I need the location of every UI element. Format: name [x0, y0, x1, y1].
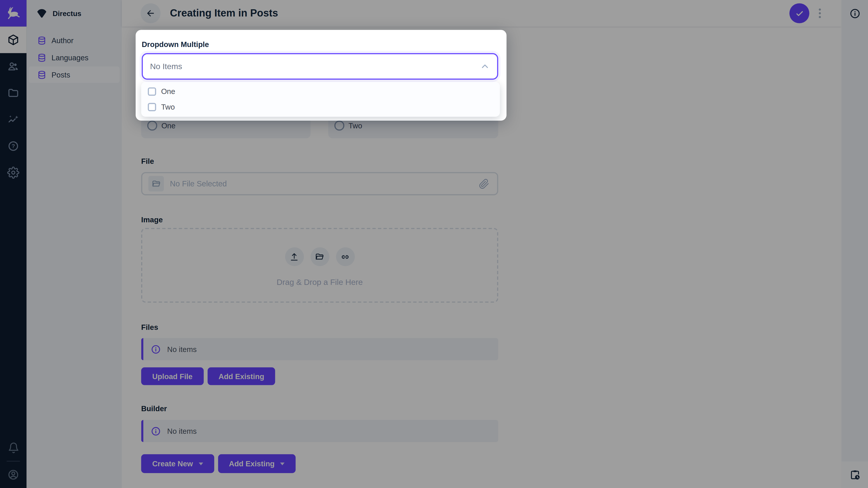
dropdown-multiple-popover: Dropdown Multiple No Items One Two [135, 30, 506, 121]
dropdown-options-menu: One Two [141, 82, 500, 117]
dropdown-multiple-select[interactable]: No Items [142, 53, 498, 80]
chevron-up-icon [479, 61, 491, 72]
app-window: ? [0, 0, 868, 488]
checkbox-icon[interactable] [148, 88, 156, 96]
option-one[interactable]: One [141, 84, 500, 99]
dropdown-multiple-label: Dropdown Multiple [142, 40, 209, 49]
select-value: No Items [150, 62, 182, 71]
option-label: Two [161, 103, 175, 111]
option-two[interactable]: Two [141, 99, 500, 115]
checkbox-icon[interactable] [148, 103, 156, 111]
option-label: One [161, 88, 176, 96]
